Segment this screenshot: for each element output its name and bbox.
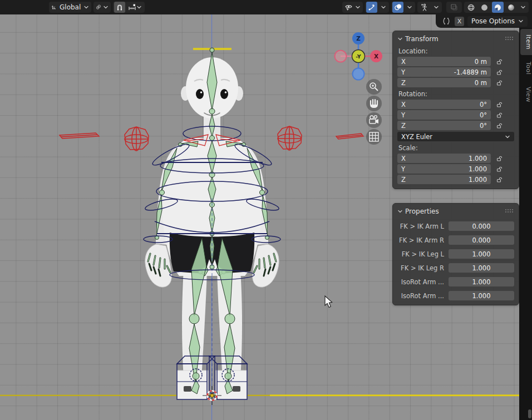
lock-scale-y[interactable] xyxy=(491,164,508,174)
lock-scale-x[interactable] xyxy=(491,154,508,163)
lock-rotation-y[interactable] xyxy=(491,110,508,120)
elbow-pole-control-left[interactable] xyxy=(60,133,99,139)
fk-ik-arm-l-slider[interactable]: 0.000 xyxy=(449,221,514,231)
scale-z-field[interactable]: Z 1.000 xyxy=(397,175,491,184)
property-label: IsoRot Arm ... xyxy=(397,292,449,300)
axis-label: Z xyxy=(401,122,406,130)
scale-x-row: X 1.000 xyxy=(397,154,514,163)
elbow-pole-control-right[interactable] xyxy=(336,134,363,139)
axis-value: 1.000 xyxy=(469,155,487,162)
armature-xray-dropdown[interactable] xyxy=(432,2,441,13)
shading-wireframe-button[interactable] xyxy=(465,2,477,13)
pose-options-dropdown[interactable]: Pose Options xyxy=(467,16,528,27)
transform-orientation-dropdown[interactable]: Global xyxy=(49,2,91,13)
mirror-x-label: X xyxy=(457,18,462,25)
gizmo-axis-neg-z[interactable] xyxy=(353,68,364,80)
axis-label: Y xyxy=(401,111,405,119)
scale-y-field[interactable]: Y 1.000 xyxy=(397,164,491,174)
rotation-y-field[interactable]: Y 0° xyxy=(397,110,491,120)
overlays-dropdown[interactable] xyxy=(405,2,414,13)
rotation-mode-value: XYZ Euler xyxy=(401,133,505,141)
transform-panel-header[interactable]: Transform xyxy=(397,33,514,45)
location-z-field[interactable]: Z 0 m xyxy=(397,78,491,87)
fk-ik-leg-r-slider[interactable]: 1.000 xyxy=(449,263,514,273)
armature-xray-group xyxy=(417,2,442,13)
snap-magnet-toggle[interactable] xyxy=(114,2,125,13)
rotation-x-field[interactable]: X 0° xyxy=(397,100,491,109)
snap-target-icon xyxy=(128,3,136,11)
unlock-icon xyxy=(496,101,503,108)
unlock-icon xyxy=(496,166,503,172)
mirror-x-toggle[interactable]: X xyxy=(455,17,464,26)
tab-tool[interactable]: Tool xyxy=(520,56,532,80)
properties-panel-title: Properties xyxy=(405,207,439,215)
snapping-group xyxy=(113,2,145,13)
panel-drag-grip[interactable] xyxy=(505,37,514,41)
gizmos-dropdown[interactable] xyxy=(379,2,388,13)
armature-xray-toggle[interactable] xyxy=(418,2,430,13)
chevron-down-icon xyxy=(103,4,109,10)
lock-rotation-z[interactable] xyxy=(491,121,508,130)
camera-view-button[interactable] xyxy=(366,112,382,128)
property-label: FK > IK Arm L xyxy=(397,223,449,230)
property-row: FK > IK Arm R 0.000 xyxy=(397,235,514,245)
properties-panel: Properties FK > IK Arm L 0.000 FK > IK A… xyxy=(392,203,519,305)
ik-hand-control-right[interactable] xyxy=(278,126,302,150)
ik-hand-control-left[interactable] xyxy=(125,127,149,151)
property-label: FK > IK Leg R xyxy=(397,264,449,272)
zoom-button[interactable] xyxy=(366,79,382,95)
location-y-field[interactable]: Y -1.4889 m xyxy=(397,67,491,77)
snap-target-dropdown[interactable] xyxy=(126,2,144,13)
root-bone-line-bright[interactable] xyxy=(270,394,532,396)
navigation-gizmo[interactable]: Z X -Y xyxy=(335,32,383,80)
lock-location-z[interactable] xyxy=(491,78,508,87)
lock-rotation-x[interactable] xyxy=(491,100,508,109)
location-x-row: X 0 m xyxy=(397,57,514,66)
shading-rendered-button[interactable] xyxy=(505,2,517,13)
property-value: 0.000 xyxy=(472,236,491,244)
gizmos-icon xyxy=(368,3,376,11)
xray-toggle[interactable] xyxy=(446,2,462,13)
ortho-toggle-button[interactable] xyxy=(366,129,382,145)
shading-solid-button[interactable] xyxy=(479,2,490,13)
sidebar-scrollbar[interactable] xyxy=(528,409,531,418)
shading-dropdown[interactable] xyxy=(519,2,528,13)
pan-button[interactable] xyxy=(366,96,382,111)
property-value: 1.000 xyxy=(472,250,491,258)
fk-ik-arm-r-slider[interactable]: 0.000 xyxy=(449,235,514,245)
chevron-down-icon xyxy=(381,4,386,10)
fk-ik-leg-l-slider[interactable]: 1.000 xyxy=(449,249,514,259)
object-visibility-dropdown[interactable] xyxy=(342,2,363,13)
armature-xray-icon xyxy=(420,3,428,11)
shading-wireframe-icon xyxy=(467,3,475,12)
rotation-z-field[interactable]: Z 0° xyxy=(397,121,491,130)
axis-label: X xyxy=(401,101,406,108)
location-x-field[interactable]: X 0 m xyxy=(397,57,491,66)
isorot-arm-r-slider[interactable]: 1.000 xyxy=(449,291,514,300)
scale-z-row: Z 1.000 xyxy=(397,175,514,184)
lock-scale-z[interactable] xyxy=(491,175,508,184)
property-value: 0.000 xyxy=(472,223,491,230)
axis-value: 1.000 xyxy=(469,165,487,173)
location-label: Location: xyxy=(398,47,514,55)
tab-item[interactable]: Item xyxy=(520,29,532,55)
lock-location-y[interactable] xyxy=(491,67,508,77)
scale-x-field[interactable]: X 1.000 xyxy=(397,154,491,163)
pivot-point-icon xyxy=(96,4,101,10)
panel-drag-grip[interactable] xyxy=(505,209,514,214)
gizmo-axis-neg-x[interactable] xyxy=(335,51,347,62)
property-row: IsoRot Arm ... 1.000 xyxy=(397,277,514,286)
lock-location-x[interactable] xyxy=(491,57,508,66)
viewport-header: Global xyxy=(0,0,532,14)
pose-options-label: Pose Options xyxy=(471,17,515,25)
gizmo-neg-y-label: -Y xyxy=(356,53,361,60)
rotation-mode-dropdown[interactable]: XYZ Euler xyxy=(397,132,514,141)
show-overlays-toggle[interactable] xyxy=(392,2,403,13)
isorot-arm-l-slider[interactable]: 1.000 xyxy=(449,277,514,286)
shading-material-button[interactable] xyxy=(492,2,504,13)
shading-group xyxy=(464,2,529,13)
show-gizmos-toggle[interactable] xyxy=(366,2,377,13)
pivot-point-dropdown[interactable] xyxy=(93,2,111,13)
properties-panel-header[interactable]: Properties xyxy=(397,206,514,217)
tab-view[interactable]: View xyxy=(520,81,532,108)
